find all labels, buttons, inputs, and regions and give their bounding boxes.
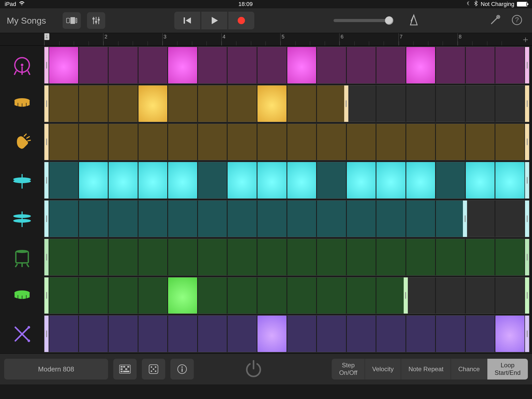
step-cell[interactable] bbox=[168, 239, 197, 275]
mode-loop-start-end[interactable]: LoopStart/End bbox=[487, 359, 528, 380]
step-cell[interactable] bbox=[228, 85, 257, 122]
step-cell[interactable] bbox=[347, 85, 376, 122]
step-cell[interactable] bbox=[436, 47, 465, 83]
step-cell[interactable] bbox=[376, 239, 405, 275]
step-cell[interactable] bbox=[168, 316, 197, 352]
step-cell[interactable] bbox=[138, 85, 168, 122]
my-songs-button[interactable]: My Songs bbox=[7, 16, 46, 26]
add-section-button[interactable]: ＋ bbox=[519, 33, 532, 45]
step-cell[interactable] bbox=[109, 277, 138, 314]
loop-start-handle[interactable] bbox=[44, 277, 49, 314]
step-cell[interactable] bbox=[79, 201, 108, 237]
volume-slider[interactable] bbox=[334, 19, 391, 22]
step-cell[interactable] bbox=[495, 277, 524, 314]
step-cell[interactable] bbox=[376, 277, 405, 314]
step-cell[interactable] bbox=[49, 85, 78, 122]
randomize-button[interactable] bbox=[142, 359, 165, 380]
instrument-hihat-open[interactable] bbox=[0, 200, 44, 238]
step-cell[interactable] bbox=[347, 277, 376, 314]
record-button[interactable] bbox=[228, 12, 254, 29]
step-cell[interactable] bbox=[406, 162, 435, 198]
step-cell[interactable] bbox=[49, 162, 78, 198]
step-cell[interactable] bbox=[495, 316, 524, 352]
step-cell[interactable] bbox=[49, 316, 78, 352]
loop-start-handle[interactable] bbox=[44, 47, 49, 83]
mixer-button[interactable] bbox=[87, 12, 105, 29]
step-cell[interactable] bbox=[168, 277, 197, 314]
step-cell[interactable] bbox=[198, 316, 227, 352]
step-cell[interactable] bbox=[228, 47, 257, 83]
step-cell[interactable] bbox=[138, 201, 168, 237]
step-cell[interactable] bbox=[79, 239, 108, 275]
loop-start-handle[interactable] bbox=[44, 85, 49, 122]
step-cell[interactable] bbox=[138, 47, 168, 83]
step-cell[interactable] bbox=[168, 85, 197, 122]
kit-selector[interactable]: Modern 808 bbox=[4, 359, 108, 380]
step-cell[interactable] bbox=[287, 47, 316, 83]
step-cell[interactable] bbox=[406, 201, 435, 237]
step-cell[interactable] bbox=[317, 47, 346, 83]
loop-end-handle[interactable] bbox=[404, 277, 408, 314]
step-cell[interactable] bbox=[287, 85, 316, 122]
step-cell[interactable] bbox=[79, 47, 108, 83]
step-cell[interactable] bbox=[495, 47, 524, 83]
step-cell[interactable] bbox=[198, 201, 227, 237]
step-cell[interactable] bbox=[228, 201, 257, 237]
instrument-sticks[interactable] bbox=[0, 315, 44, 353]
mode-step-on-off[interactable]: StepOn/Off bbox=[332, 359, 364, 380]
step-cell[interactable] bbox=[466, 316, 495, 352]
metronome-button[interactable] bbox=[407, 14, 420, 28]
step-cell[interactable] bbox=[257, 316, 287, 352]
step-cell[interactable] bbox=[347, 201, 376, 237]
step-cell[interactable] bbox=[228, 239, 257, 275]
step-cell[interactable] bbox=[49, 277, 78, 314]
instrument-clap[interactable] bbox=[0, 123, 44, 161]
ruler-bar[interactable]: 1 bbox=[44, 33, 103, 45]
step-cell[interactable] bbox=[168, 47, 197, 83]
step-cell[interactable] bbox=[287, 124, 316, 160]
step-cell[interactable] bbox=[317, 316, 346, 352]
step-cell[interactable] bbox=[436, 162, 465, 198]
step-cell[interactable] bbox=[376, 85, 405, 122]
play-button[interactable] bbox=[201, 12, 227, 29]
step-cell[interactable] bbox=[466, 162, 495, 198]
step-cell[interactable] bbox=[109, 239, 138, 275]
step-cell[interactable] bbox=[79, 316, 108, 352]
step-cell[interactable] bbox=[49, 239, 78, 275]
step-cell[interactable] bbox=[436, 239, 465, 275]
step-cell[interactable] bbox=[436, 316, 465, 352]
step-cell[interactable] bbox=[406, 124, 435, 160]
step-cell[interactable] bbox=[436, 124, 465, 160]
step-cell[interactable] bbox=[317, 201, 346, 237]
step-cell[interactable] bbox=[198, 239, 227, 275]
step-cell[interactable] bbox=[406, 47, 435, 83]
step-cell[interactable] bbox=[79, 85, 108, 122]
step-cell[interactable] bbox=[228, 277, 257, 314]
step-cell[interactable] bbox=[198, 277, 227, 314]
step-cell[interactable] bbox=[347, 316, 376, 352]
instrument-hihat-closed[interactable] bbox=[0, 161, 44, 200]
loop-end-handle-outer[interactable] bbox=[525, 47, 529, 83]
step-cell[interactable] bbox=[168, 201, 197, 237]
ruler-bar[interactable]: 2 bbox=[103, 33, 162, 45]
step-cell[interactable] bbox=[376, 124, 405, 160]
help-button[interactable]: ? bbox=[511, 14, 523, 27]
loop-end-handle-outer[interactable] bbox=[525, 124, 529, 160]
step-cell[interactable] bbox=[168, 162, 197, 198]
step-cell[interactable] bbox=[138, 239, 168, 275]
step-cell[interactable] bbox=[198, 85, 227, 122]
loop-start-handle[interactable] bbox=[44, 201, 49, 237]
step-cell[interactable] bbox=[376, 47, 405, 83]
step-cell[interactable] bbox=[257, 277, 287, 314]
ruler-bar[interactable]: 7 bbox=[398, 33, 457, 45]
ruler-bar[interactable]: 8 bbox=[457, 33, 516, 45]
step-cell[interactable] bbox=[317, 239, 346, 275]
step-cell[interactable] bbox=[317, 85, 346, 122]
settings-button[interactable] bbox=[489, 14, 501, 27]
step-cell[interactable] bbox=[406, 277, 435, 314]
step-cell[interactable] bbox=[138, 277, 168, 314]
instrument-tom[interactable] bbox=[0, 238, 44, 276]
step-cell[interactable] bbox=[495, 85, 524, 122]
step-cell[interactable] bbox=[495, 239, 524, 275]
rewind-button[interactable] bbox=[174, 12, 200, 29]
